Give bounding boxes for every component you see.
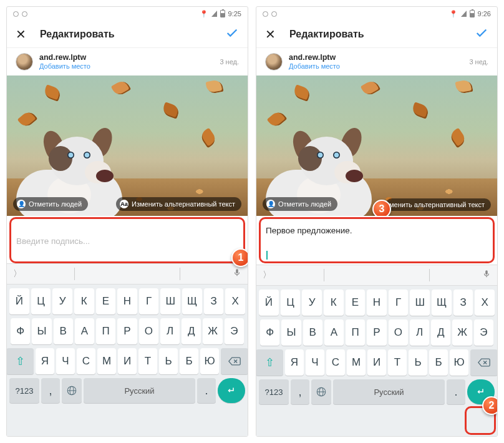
key-П[interactable]: П bbox=[96, 318, 115, 344]
key-К[interactable]: К bbox=[74, 288, 94, 314]
key-И[interactable]: И bbox=[367, 349, 386, 376]
key-Р[interactable]: Р bbox=[117, 318, 137, 344]
key-Ч[interactable]: Ч bbox=[56, 348, 75, 374]
alt-text-button[interactable]: Aa Изменить альтернативный текст bbox=[116, 197, 241, 211]
key-Н[interactable]: Н bbox=[367, 290, 387, 316]
key-И[interactable]: И bbox=[118, 348, 137, 374]
key-Д[interactable]: Д bbox=[431, 319, 450, 346]
key-Б[interactable]: Б bbox=[180, 348, 198, 374]
key-Б[interactable]: Б bbox=[429, 349, 448, 376]
symbols-key[interactable]: ?123 bbox=[259, 379, 289, 404]
expand-icon[interactable]: 〉 bbox=[263, 270, 271, 281]
alt-text-button[interactable]: менить альтернативный текст bbox=[385, 198, 491, 211]
key-Э[interactable]: Э bbox=[225, 318, 244, 344]
key-А[interactable]: А bbox=[75, 318, 94, 344]
key-Ы[interactable]: Ы bbox=[32, 318, 51, 344]
backspace-key[interactable] bbox=[221, 348, 248, 374]
key-Е[interactable]: Е bbox=[96, 288, 116, 314]
username[interactable]: and.rew.lptw bbox=[289, 53, 340, 62]
globe-key[interactable] bbox=[311, 379, 331, 404]
shift-key[interactable]: ⇧ bbox=[6, 348, 34, 374]
key-Щ[interactable]: Щ bbox=[182, 288, 202, 314]
key-Н[interactable]: Н bbox=[117, 288, 137, 314]
confirm-icon[interactable] bbox=[225, 26, 239, 42]
key-Р[interactable]: Р bbox=[367, 319, 386, 346]
comma-key[interactable]: , bbox=[41, 378, 60, 403]
key-Х[interactable]: Х bbox=[225, 288, 245, 314]
post-photo[interactable]: 👤 Отметить людей Aa Изменить альтернатив… bbox=[7, 75, 248, 216]
tag-people-button[interactable]: 👤 Отметить людей bbox=[13, 197, 88, 211]
tag-people-button[interactable]: 👤 Отметить людей bbox=[263, 197, 337, 211]
key-Е[interactable]: Е bbox=[346, 290, 366, 316]
key-Ж[interactable]: Ж bbox=[452, 319, 472, 346]
comma-key[interactable]: , bbox=[291, 379, 309, 404]
key-О[interactable]: О bbox=[139, 318, 158, 344]
key-Ю[interactable]: Ю bbox=[450, 349, 468, 376]
key-С[interactable]: С bbox=[326, 349, 345, 376]
avatar[interactable] bbox=[16, 53, 33, 71]
expand-icon[interactable]: 〉 bbox=[13, 268, 22, 280]
space-key[interactable]: Русский bbox=[84, 378, 195, 403]
backspace-key[interactable] bbox=[470, 349, 498, 376]
key-Й[interactable]: Й bbox=[259, 290, 279, 316]
key-У[interactable]: У bbox=[302, 290, 322, 316]
key-Ч[interactable]: Ч bbox=[306, 349, 324, 376]
key-Э[interactable]: Э bbox=[474, 319, 493, 346]
key-О[interactable]: О bbox=[389, 319, 408, 346]
key-Ц[interactable]: Ц bbox=[281, 290, 301, 316]
key-Ц[interactable]: Ц bbox=[31, 288, 51, 314]
key-Х[interactable]: Х bbox=[475, 290, 495, 316]
key-В[interactable]: В bbox=[303, 319, 322, 346]
key-Я[interactable]: Я bbox=[285, 349, 304, 376]
key-Д[interactable]: Д bbox=[182, 318, 201, 344]
key-П[interactable]: П bbox=[346, 319, 365, 346]
suggestion-bar[interactable]: 〉 bbox=[256, 265, 497, 286]
key-Й[interactable]: Й bbox=[9, 288, 29, 314]
symbols-key[interactable]: ?123 bbox=[9, 378, 39, 403]
key-М[interactable]: М bbox=[97, 348, 116, 374]
mic-icon[interactable] bbox=[233, 268, 241, 280]
globe-key[interactable] bbox=[62, 378, 82, 403]
key-Ы[interactable]: Ы bbox=[281, 319, 301, 346]
caption-input[interactable] bbox=[12, 222, 242, 260]
enter-key[interactable] bbox=[218, 378, 245, 403]
confirm-icon[interactable] bbox=[475, 26, 488, 42]
key-Ж[interactable]: Ж bbox=[203, 318, 222, 344]
caption-input[interactable]: Первое предложение. bbox=[262, 222, 492, 261]
key-З[interactable]: З bbox=[453, 290, 473, 316]
key-Ф[interactable]: Ф bbox=[11, 318, 30, 344]
mic-icon[interactable] bbox=[482, 270, 491, 281]
key-Ь[interactable]: Ь bbox=[159, 348, 178, 374]
username[interactable]: and.rew.lptw bbox=[39, 53, 90, 62]
close-icon[interactable]: ✕ bbox=[16, 27, 26, 42]
suggestion-bar[interactable]: 〉 bbox=[7, 263, 248, 285]
key-А[interactable]: А bbox=[324, 319, 344, 346]
key-Г[interactable]: Г bbox=[389, 290, 409, 316]
key-Щ[interactable]: Щ bbox=[432, 290, 452, 316]
key-Т[interactable]: Т bbox=[388, 349, 407, 376]
key-Ь[interactable]: Ь bbox=[409, 349, 427, 376]
key-Л[interactable]: Л bbox=[410, 319, 429, 346]
key-Т[interactable]: Т bbox=[138, 348, 157, 374]
period-key[interactable]: . bbox=[447, 379, 465, 404]
key-М[interactable]: М bbox=[347, 349, 366, 376]
shift-key[interactable]: ⇧ bbox=[256, 349, 283, 376]
avatar[interactable] bbox=[265, 53, 283, 71]
add-place-link[interactable]: Добавить место bbox=[39, 62, 90, 71]
close-icon[interactable]: ✕ bbox=[265, 27, 276, 42]
key-Ш[interactable]: Ш bbox=[160, 288, 180, 314]
key-Ю[interactable]: Ю bbox=[200, 348, 219, 374]
space-key[interactable]: Русский bbox=[333, 379, 445, 404]
key-К[interactable]: К bbox=[324, 290, 344, 316]
post-photo[interactable]: 👤 Отметить людей менить альтернативный т… bbox=[256, 75, 497, 216]
key-Ф[interactable]: Ф bbox=[260, 319, 279, 346]
key-Я[interactable]: Я bbox=[36, 348, 54, 374]
key-Л[interactable]: Л bbox=[160, 318, 180, 344]
key-В[interactable]: В bbox=[54, 318, 73, 344]
key-С[interactable]: С bbox=[77, 348, 95, 374]
add-place-link[interactable]: Добавить место bbox=[289, 62, 340, 71]
key-З[interactable]: З bbox=[204, 288, 224, 314]
key-Ш[interactable]: Ш bbox=[410, 290, 430, 316]
key-Г[interactable]: Г bbox=[139, 288, 159, 314]
period-key[interactable]: . bbox=[197, 378, 216, 403]
